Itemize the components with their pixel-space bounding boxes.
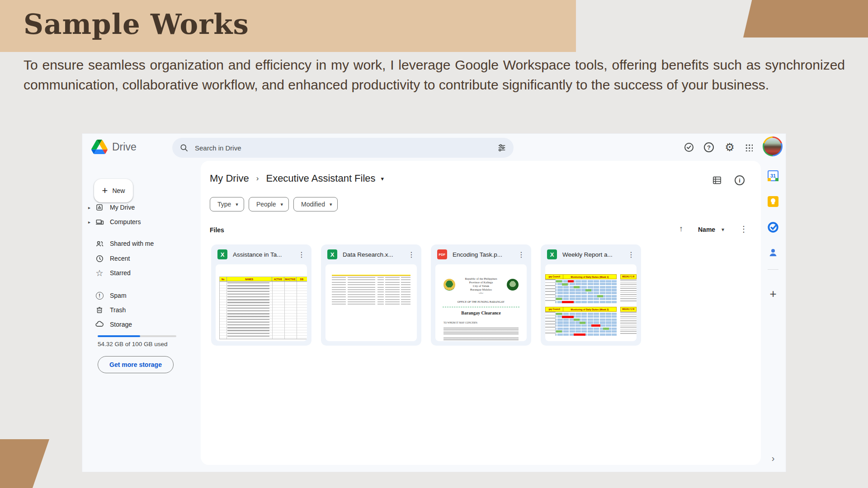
file-name: Assistance in Ta... (233, 251, 295, 258)
add-addon-icon[interactable]: + (766, 286, 780, 301)
account-avatar[interactable] (763, 136, 783, 156)
sidebar-item-starred[interactable]: ☆ Starred (82, 266, 201, 280)
sidebar-item-computers[interactable]: ▸ Computers (82, 215, 201, 229)
pdf-file-icon: PDF (437, 249, 447, 259)
file-name: Encoding Task.p... (453, 251, 515, 258)
sidebar-item-trash[interactable]: Trash (82, 303, 201, 317)
storage-progress-bar (98, 335, 176, 337)
cloud-icon (94, 319, 104, 329)
storage-usage-text: 54.32 GB of 100 GB used (98, 341, 168, 347)
filter-chip-type[interactable]: Type ▾ (210, 197, 244, 211)
expander-icon[interactable]: ▸ (88, 205, 94, 210)
search-icon (179, 143, 189, 152)
new-button-label: New (112, 187, 125, 194)
apps-grid-icon[interactable] (741, 139, 757, 155)
page-title: Sample Works (24, 8, 249, 40)
strip-divider (768, 269, 778, 270)
sidebar-item-storage[interactable]: Storage (82, 317, 201, 332)
clock-icon (94, 253, 104, 263)
sidebar-item-spam[interactable]: ! Spam (82, 288, 201, 303)
folder-menu-caret-icon[interactable]: ▾ (381, 175, 384, 182)
search-options-icon[interactable] (497, 143, 506, 152)
breadcrumb-current-folder[interactable]: Executive Assistant Files (266, 173, 375, 184)
filter-chip-modified[interactable]: Modified ▾ (293, 197, 338, 211)
sort-by-name[interactable]: Name (698, 226, 715, 233)
star-icon: ☆ (94, 268, 104, 278)
sort-caret-icon: ▾ (722, 226, 724, 233)
file-thumbnail: Republic of the Philippines Province of … (435, 264, 527, 341)
file-more-options-icon[interactable]: ⋮ (405, 250, 418, 259)
drive-triangle-icon (91, 140, 108, 154)
help-icon[interactable]: ? (701, 139, 717, 155)
storage-fill (98, 335, 140, 337)
sidebar-item-recent[interactable]: Recent (82, 251, 201, 266)
computers-icon (94, 217, 104, 227)
sidebar-item-shared-with-me[interactable]: Shared with me (82, 236, 201, 251)
chevron-down-icon: ▾ (330, 202, 332, 207)
file-card-grid: X Assistance in Ta... ⋮ No NAMES ACTIVE … (211, 244, 641, 346)
file-card-assistance[interactable]: X Assistance in Ta... ⋮ No NAMES ACTIVE … (211, 244, 311, 346)
contacts-icon[interactable] (766, 245, 780, 260)
search-input[interactable] (195, 144, 497, 152)
filter-chips: Type ▾ People ▾ Modified ▾ (210, 197, 338, 211)
spreadsheet-file-icon: X (547, 249, 557, 259)
drive-logo[interactable]: Drive (91, 140, 137, 154)
files-more-options-icon[interactable]: ⋮ (740, 224, 748, 234)
file-more-options-icon[interactable]: ⋮ (515, 250, 528, 259)
file-card-weekly-report[interactable]: X Weekly Report a... ⋮ gay Council Monit… (541, 244, 641, 346)
spreadsheet-file-icon: X (217, 249, 227, 259)
file-card-encoding-task[interactable]: PDF Encoding Task.p... ⋮ Republic of the… (431, 244, 531, 346)
google-drive-window: Drive ? ⚙ + New ▸ (82, 133, 786, 472)
spreadsheet-file-icon: X (327, 249, 337, 259)
breadcrumb: My Drive › Executive Assistant Files ▾ (210, 173, 384, 184)
shared-people-icon (94, 239, 104, 249)
breadcrumb-chevron-icon: › (256, 174, 259, 183)
settings-gear-icon[interactable]: ⚙ (722, 139, 738, 155)
corner-decoration-top-right (743, 0, 868, 38)
search-bar[interactable] (172, 138, 514, 158)
new-button[interactable]: + New (94, 179, 133, 202)
files-section-label: Files (210, 226, 224, 234)
file-name: Data Research.x... (343, 251, 405, 258)
drive-content-area: My Drive › Executive Assistant Files ▾ i… (201, 161, 761, 465)
file-card-data-research[interactable]: X Data Research.x... ⋮ (321, 244, 421, 346)
breadcrumb-my-drive[interactable]: My Drive (210, 173, 249, 184)
file-more-options-icon[interactable]: ⋮ (295, 250, 308, 259)
my-drive-icon (94, 202, 104, 212)
keep-icon[interactable] (766, 194, 780, 209)
expand-side-panel-icon[interactable]: › (768, 453, 778, 464)
chevron-down-icon: ▾ (280, 202, 283, 207)
file-more-options-icon[interactable]: ⋮ (625, 250, 637, 259)
sidebar-item-my-drive[interactable]: ▸ My Drive (82, 200, 201, 215)
sort-direction-arrow-icon[interactable]: ↑ (679, 224, 683, 234)
details-info-icon[interactable]: i (732, 174, 747, 187)
filter-chip-people[interactable]: People ▾ (249, 197, 289, 211)
get-more-storage-button[interactable]: Get more storage (98, 356, 174, 373)
intro-paragraph: To ensure seamless organization and effi… (24, 55, 845, 95)
corner-decoration-bottom-left (0, 439, 49, 488)
file-thumbnail: gay Council Monitoring of Daily Duties (… (545, 264, 637, 341)
expander-icon[interactable]: ▸ (88, 220, 94, 225)
tasks-icon[interactable] (766, 220, 780, 235)
file-name: Weekly Report a... (562, 251, 625, 258)
spam-icon: ! (94, 291, 104, 300)
drive-brand-label: Drive (112, 141, 137, 153)
trash-icon (94, 305, 104, 315)
list-view-toggle-icon[interactable] (709, 174, 725, 187)
file-thumbnail: No NAMES ACTIVE INACTIVE DB (216, 264, 307, 341)
chevron-down-icon: ▾ (236, 202, 238, 207)
offline-status-icon[interactable] (681, 139, 697, 155)
file-thumbnail (326, 264, 417, 341)
calendar-icon[interactable]: 31 (766, 169, 780, 183)
plus-icon: + (102, 186, 108, 196)
